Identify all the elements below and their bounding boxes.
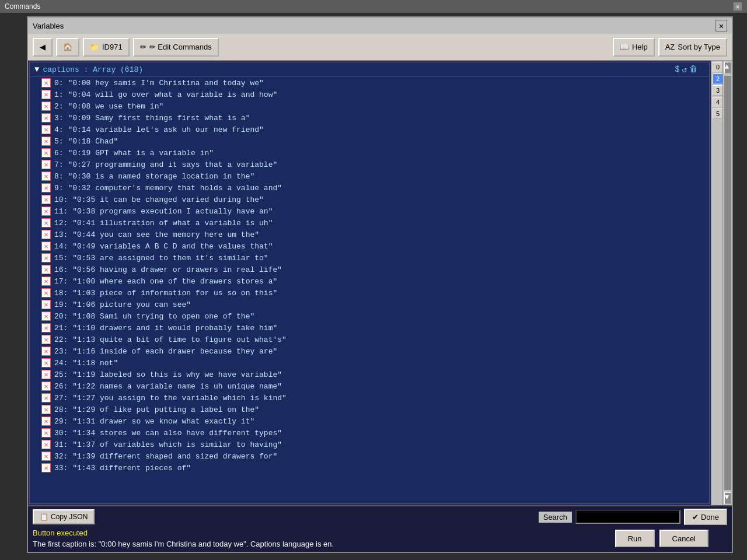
delete-item-icon[interactable]: ✕ (41, 358, 51, 368)
sidebar-num-0[interactable]: 0 (713, 62, 723, 72)
list-item-text: 14: "0:49 variables A B C D and the valu… (54, 242, 273, 251)
delete-item-icon[interactable]: ✕ (41, 218, 51, 228)
delete-item-icon[interactable]: ✕ (41, 416, 51, 426)
delete-item-icon[interactable]: ✕ (41, 195, 51, 204)
delete-item-icon[interactable]: ✕ (41, 382, 51, 391)
list-item[interactable]: ✕15: "0:53 are assigned to them it's sim… (30, 252, 709, 264)
run-button[interactable]: Run (615, 530, 655, 547)
delete-item-icon[interactable]: ✕ (41, 160, 51, 169)
list-item[interactable]: ✕8: "0:30 is a named storage location in… (30, 170, 709, 182)
search-input[interactable] (575, 510, 680, 524)
delete-item-icon[interactable]: ✕ (41, 136, 51, 146)
variables-close-button[interactable]: ✕ (715, 20, 727, 32)
delete-item-icon[interactable]: ✕ (41, 428, 51, 438)
list-item[interactable]: ✕18: "1:03 piece of information for us s… (30, 287, 709, 299)
edit-commands-button[interactable]: ✏ ✏ Edit Commands (133, 38, 219, 57)
list-item[interactable]: ✕1: "0:04 will go over what a variable i… (30, 89, 709, 100)
list-item[interactable]: ✕20: "1:08 Sami uh trying to open one of… (30, 310, 709, 322)
done-label: Done (701, 513, 719, 522)
sidebar-num-5[interactable]: 5 (713, 108, 723, 119)
list-item[interactable]: ✕27: "1:27 you assign to the variable wh… (30, 392, 709, 404)
delete-item-icon[interactable]: ✕ (41, 90, 51, 99)
bottom-toolbar: 📋 Copy JSON Search ✔ Done (33, 509, 727, 525)
app-close-button[interactable]: ✕ (733, 2, 742, 11)
copy-json-button[interactable]: 📋 Copy JSON (33, 509, 95, 524)
list-item[interactable]: ✕13: "0:44 you can see the memory here u… (30, 229, 709, 240)
delete-item-icon[interactable]: ✕ (41, 102, 51, 111)
delete-item-icon[interactable]: ✕ (41, 183, 51, 192)
sort-by-type-button[interactable]: AZ Sort by Type (658, 38, 727, 57)
delete-item-icon[interactable]: ✕ (41, 405, 51, 414)
delete-item-icon[interactable]: ✕ (41, 242, 51, 251)
list-item[interactable]: ✕23: "1:16 inside of each drawer because… (30, 345, 709, 357)
id-button[interactable]: 📁 ID971 (83, 38, 130, 57)
list-item[interactable]: ✕0: "0:00 hey samis I'm Christina and to… (30, 77, 709, 89)
list-item[interactable]: ✕16: "0:56 having a drawer or drawers in… (30, 264, 709, 275)
list-item[interactable]: ✕7: "0:27 programming and it says that a… (30, 159, 709, 170)
search-area: Search ✔ Done (539, 509, 727, 525)
list-item[interactable]: ✕31: "1:37 of variables which is similar… (30, 439, 709, 450)
delete-item-icon[interactable]: ✕ (41, 370, 51, 379)
dollar-icon[interactable]: $ (675, 65, 679, 75)
sidebar-num-4[interactable]: 4 (713, 97, 723, 107)
done-button[interactable]: ✔ Done (684, 509, 727, 525)
delete-item-icon[interactable]: ✕ (41, 463, 51, 473)
list-area[interactable]: ✕0: "0:00 hey samis I'm Christina and to… (30, 77, 709, 499)
refresh-icon[interactable]: ↺ (682, 65, 687, 75)
delete-item-icon[interactable]: ✕ (41, 440, 51, 449)
list-item[interactable]: ✕11: "0:38 programs execution I actually… (30, 205, 709, 217)
list-item[interactable]: ✕9: "0:32 computer's memory that holds a… (30, 182, 709, 194)
delete-item-icon[interactable]: ✕ (41, 323, 51, 332)
list-item[interactable]: ✕5: "0:18 Chad" (30, 135, 709, 147)
delete-item-icon[interactable]: ✕ (41, 113, 51, 123)
delete-item-icon[interactable]: ✕ (41, 253, 51, 262)
scroll-down[interactable]: ▼ (724, 492, 731, 504)
delete-item-icon[interactable]: ✕ (41, 230, 51, 239)
delete-item-icon[interactable]: ✕ (41, 300, 51, 309)
list-item[interactable]: ✕2: "0:08 we use them in" (30, 100, 709, 112)
delete-item-icon[interactable]: ✕ (41, 288, 51, 298)
list-item[interactable]: ✕12: "0:41 illustration of what a variab… (30, 217, 709, 229)
list-item[interactable]: ✕30: "1:34 stores we can also have diffe… (30, 427, 709, 439)
scroll-thumb[interactable] (724, 76, 731, 490)
delete-item-icon[interactable]: ✕ (41, 265, 51, 274)
delete-item-icon[interactable]: ✕ (41, 276, 51, 286)
list-item[interactable]: ✕28: "1:29 of like put putting a label o… (30, 404, 709, 415)
list-item[interactable]: ✕19: "1:06 picture you can see" (30, 299, 709, 310)
delete-item-icon[interactable]: ✕ (41, 312, 51, 321)
delete-item-icon[interactable]: ✕ (41, 206, 51, 216)
delete-item-icon[interactable]: ✕ (41, 172, 51, 181)
delete-item-icon[interactable]: ✕ (41, 393, 51, 402)
sidebar-num-2[interactable]: 2 (713, 74, 723, 84)
delete-icon[interactable]: 🗑 (689, 65, 697, 75)
scrollbar[interactable]: ▲ ▼ (722, 61, 732, 505)
list-item[interactable]: ✕21: "1:10 drawers and it would probably… (30, 322, 709, 334)
list-item[interactable]: ✕32: "1:39 different shaped and sized dr… (30, 450, 709, 462)
list-item[interactable]: ✕10: "0:35 it can be changed varied duri… (30, 194, 709, 205)
delete-item-icon[interactable]: ✕ (41, 335, 51, 344)
list-item[interactable]: ✕24: "1:18 not" (30, 357, 709, 369)
collapse-arrow[interactable]: ▼ (34, 65, 39, 74)
list-item[interactable]: ✕26: "1:22 names a variable name is uh u… (30, 380, 709, 392)
scroll-up[interactable]: ▲ (724, 62, 731, 74)
delete-item-icon[interactable]: ✕ (41, 346, 51, 356)
delete-item-icon[interactable]: ✕ (41, 148, 51, 158)
cancel-button[interactable]: Cancel (659, 530, 708, 547)
home-button[interactable]: 🏠 (56, 38, 79, 57)
variable-header-text: captions : Array (618) (43, 65, 143, 74)
list-item[interactable]: ✕22: "1:13 quite a bit of time to figure… (30, 334, 709, 345)
list-item[interactable]: ✕4: "0:14 variable let's ask uh our new … (30, 124, 709, 135)
help-button[interactable]: 📖 Help (613, 38, 655, 57)
delete-item-icon[interactable]: ✕ (41, 78, 51, 88)
list-item[interactable]: ✕29: "1:31 drawer so we know what exactl… (30, 415, 709, 427)
delete-item-icon[interactable]: ✕ (41, 452, 51, 461)
back-button[interactable]: ◀ (33, 38, 53, 57)
list-item[interactable]: ✕3: "0:09 Samy first things first what i… (30, 112, 709, 124)
list-item[interactable]: ✕25: "1:19 labeled so this is why we hav… (30, 369, 709, 380)
list-item[interactable]: ✕33: "1:43 different pieces of" (30, 462, 709, 474)
sidebar-num-3[interactable]: 3 (713, 85, 723, 96)
list-item[interactable]: ✕17: "1:00 where each one of the drawers… (30, 275, 709, 287)
list-item[interactable]: ✕14: "0:49 variables A B C D and the val… (30, 240, 709, 252)
list-item[interactable]: ✕6: "0:19 GPT what is a variable in" (30, 147, 709, 159)
delete-item-icon[interactable]: ✕ (41, 125, 51, 134)
